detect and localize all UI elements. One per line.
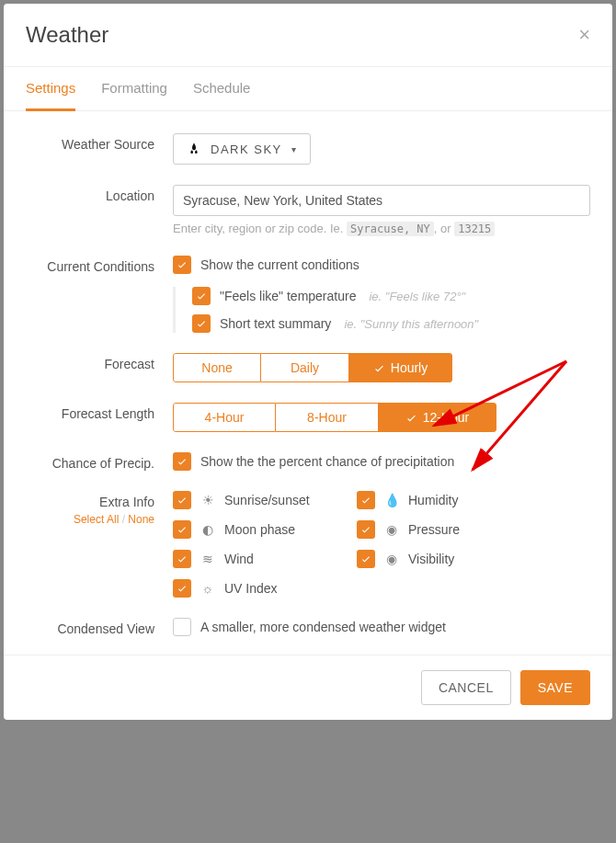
checkbox-wind[interactable] [173,550,191,568]
label-chance-precip: Chance of Precip. [26,452,173,471]
caret-down-icon: ▾ [291,144,298,154]
wind-icon: ≋ [200,552,215,566]
label-condensed-text: A smaller, more condensed weather widget [200,620,446,634]
tab-settings[interactable]: Settings [26,67,75,111]
label-feels-like: "Feels like" temperature [220,289,356,303]
modal-header: Weather × [4,4,612,67]
checkbox-show-current[interactable] [173,256,191,274]
check-icon [405,412,417,424]
modal-footer: CANCEL SAVE [4,655,612,720]
tab-formatting[interactable]: Formatting [101,67,167,111]
weather-settings-modal: Weather × Settings Formatting Schedule W… [4,4,612,720]
pressure-icon: ◉ [384,522,399,537]
darksky-icon [187,142,201,156]
cancel-button[interactable]: CANCEL [421,670,511,705]
checkbox-feels-like[interactable] [192,287,211,305]
checkbox-chance-precip[interactable] [173,452,191,471]
close-icon[interactable]: × [578,25,590,45]
seg-length-8h[interactable]: 8-Hour [276,403,379,432]
link-select-all[interactable]: Select All [74,513,119,526]
checkbox-humidity[interactable] [357,491,375,509]
label-forecast-length: Forecast Length [26,403,173,432]
visibility-icon: ◉ [384,552,399,566]
sunrise-icon: ☀ [200,493,215,507]
forecast-segmented: None Daily Hourly [173,353,452,382]
seg-forecast-none[interactable]: None [173,353,261,382]
checkbox-condensed-view[interactable] [173,618,191,636]
checkbox-sunrise[interactable] [173,491,191,509]
checkbox-uv[interactable] [173,579,191,598]
tab-schedule[interactable]: Schedule [193,67,251,111]
label-chance-precip-text: Show the the percent chance of precipita… [200,454,454,469]
moon-icon: ◐ [200,522,215,537]
weather-source-value: DARK SKY [211,142,282,156]
label-extra-info: Extra Info [26,495,154,509]
label-show-current: Show the current conditions [200,257,359,272]
hint-feels-like: ie. "Feels like 72°" [369,290,465,303]
label-location: Location [26,185,173,235]
label-short-summary: Short text summary [220,316,331,331]
modal-title: Weather [26,22,108,48]
location-input[interactable] [173,185,590,216]
forecast-length-segmented: 4-Hour 8-Hour 12-Hour [173,403,496,432]
weather-source-select[interactable]: DARK SKY ▾ [173,133,311,165]
checkbox-moon[interactable] [173,520,191,539]
seg-length-12h[interactable]: 12-Hour [379,403,496,432]
humidity-icon: 💧 [384,493,399,507]
link-select-none[interactable]: None [128,513,154,526]
location-helper: Enter city, region or zip code. Ie. Syra… [173,222,590,235]
seg-length-4h[interactable]: 4-Hour [173,403,276,432]
save-button[interactable]: SAVE [520,670,590,705]
checkbox-short-summary[interactable] [192,314,211,333]
checkbox-visibility[interactable] [357,550,375,568]
check-icon [373,362,385,374]
hint-short-summary: ie. "Sunny this afternoon" [344,317,478,331]
label-weather-source: Weather Source [26,133,173,165]
modal-body: Weather Source DARK SKY ▾ Location Enter… [4,111,612,655]
checkbox-pressure[interactable] [357,520,375,539]
label-condensed-view: Condensed View [26,618,173,636]
label-forecast: Forecast [26,353,173,382]
seg-forecast-hourly[interactable]: Hourly [349,353,452,382]
tab-bar: Settings Formatting Schedule [4,67,612,111]
label-current-conditions: Current Conditions [26,256,173,333]
seg-forecast-daily[interactable]: Daily [261,353,349,382]
uv-icon: ☼ [200,581,215,596]
